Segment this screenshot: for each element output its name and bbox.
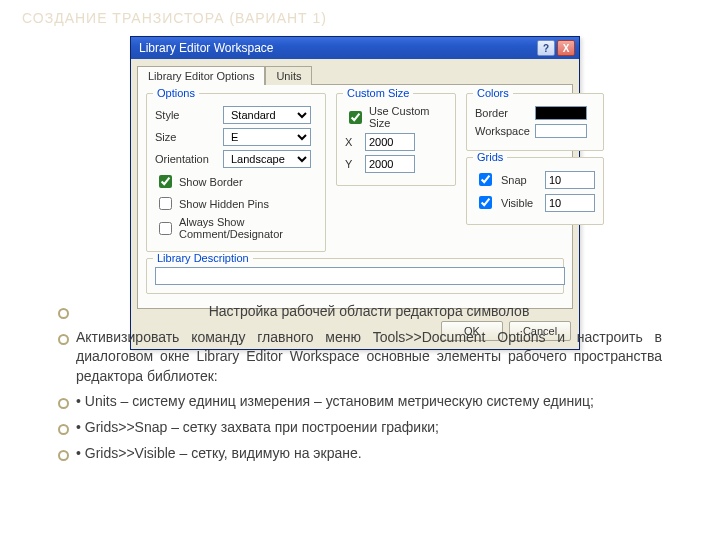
group-options: Options Style Standard Size E Orientatio… xyxy=(146,93,326,252)
always-show-comment-label: Always Show Comment/Designator xyxy=(179,216,317,240)
x-label: X xyxy=(345,136,359,148)
slide-title: СОЗДАНИЕ ТРАНЗИСТОРА (ВАРИАНТ 1) xyxy=(22,10,327,26)
orientation-select[interactable]: Landscape xyxy=(223,150,311,168)
style-select[interactable]: Standard xyxy=(223,106,311,124)
group-custom-size: Custom Size Use Custom Size X Y xyxy=(336,93,456,186)
border-color-swatch[interactable] xyxy=(535,106,587,120)
group-colors: Colors Border Workspace xyxy=(466,93,604,151)
tab-strip: Library Editor Options Units xyxy=(131,59,579,84)
group-grids-title: Grids xyxy=(473,151,507,163)
style-label: Style xyxy=(155,109,217,121)
snap-input[interactable] xyxy=(545,171,595,189)
library-description-input[interactable] xyxy=(155,267,565,285)
use-custom-size-label: Use Custom Size xyxy=(369,105,447,129)
show-border-label: Show Border xyxy=(179,176,243,188)
bullet-1: Настройка рабочей области редактора симв… xyxy=(58,302,662,322)
group-grids: Grids Snap Visible xyxy=(466,157,604,225)
y-input[interactable] xyxy=(365,155,415,173)
workspace-color-swatch[interactable] xyxy=(535,124,587,138)
tab-units[interactable]: Units xyxy=(265,66,312,85)
slide-body: Настройка рабочей области редактора симв… xyxy=(58,296,662,469)
size-label: Size xyxy=(155,131,217,143)
visible-checkbox[interactable] xyxy=(479,196,492,209)
bullet-5: • Grids>>Visible – сетку, видимую на экр… xyxy=(58,444,662,464)
bullet-2: Активизировать команду главного меню Too… xyxy=(58,328,662,387)
border-color-label: Border xyxy=(475,107,529,119)
use-custom-size-checkbox[interactable] xyxy=(349,111,362,124)
always-show-comment-checkbox[interactable] xyxy=(159,222,172,235)
group-custom-size-title: Custom Size xyxy=(343,87,413,99)
snap-label: Snap xyxy=(501,174,539,186)
y-label: Y xyxy=(345,158,359,170)
dialog-titlebar[interactable]: Library Editor Workspace ? X xyxy=(131,37,579,59)
dialog-title: Library Editor Workspace xyxy=(139,41,274,55)
x-input[interactable] xyxy=(365,133,415,151)
workspace-color-label: Workspace xyxy=(475,125,529,137)
group-colors-title: Colors xyxy=(473,87,513,99)
orientation-label: Orientation xyxy=(155,153,217,165)
bullet-4: • Grids>>Snap – сетку захвата при постро… xyxy=(58,418,662,438)
bullet-3: • Units – систему единиц измерения – уст… xyxy=(58,392,662,412)
snap-checkbox[interactable] xyxy=(479,173,492,186)
tab-panel: Options Style Standard Size E Orientatio… xyxy=(137,84,573,309)
show-hidden-pins-label: Show Hidden Pins xyxy=(179,198,269,210)
group-library-description-title: Library Description xyxy=(153,252,253,264)
visible-input[interactable] xyxy=(545,194,595,212)
show-border-checkbox[interactable] xyxy=(159,175,172,188)
show-hidden-pins-checkbox[interactable] xyxy=(159,197,172,210)
group-options-title: Options xyxy=(153,87,199,99)
close-button[interactable]: X xyxy=(557,40,575,56)
tab-library-editor-options[interactable]: Library Editor Options xyxy=(137,66,265,85)
group-library-description: Library Description xyxy=(146,258,564,294)
help-button[interactable]: ? xyxy=(537,40,555,56)
size-select[interactable]: E xyxy=(223,128,311,146)
visible-label: Visible xyxy=(501,197,539,209)
